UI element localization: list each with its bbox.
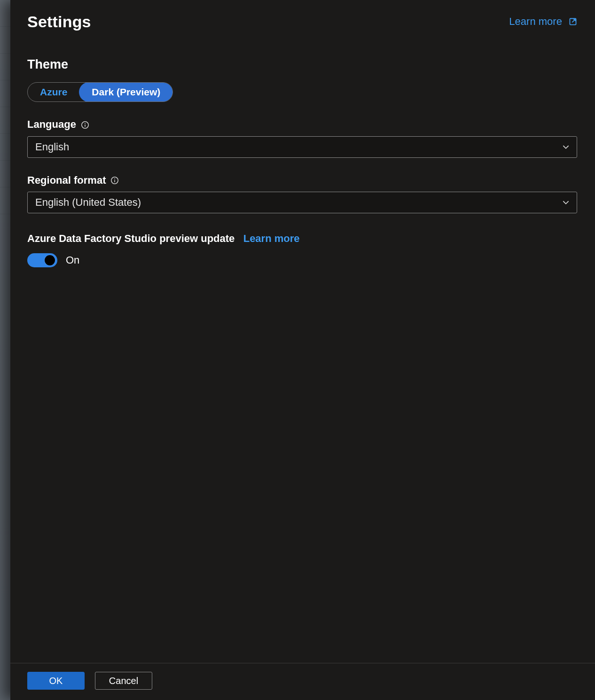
learn-more-link[interactable]: Learn more	[509, 15, 577, 29]
theme-option-azure[interactable]: Azure	[28, 83, 79, 101]
regional-format-field: Regional format English (United States)	[27, 174, 577, 214]
language-value: English	[35, 140, 69, 154]
preview-toggle[interactable]	[27, 253, 57, 267]
ok-button[interactable]: OK	[27, 672, 85, 690]
page-title: Settings	[27, 11, 91, 32]
info-icon[interactable]	[81, 121, 89, 129]
open-external-icon	[569, 17, 577, 26]
chevron-down-icon	[562, 198, 570, 207]
svg-point-2	[85, 123, 86, 124]
info-icon[interactable]	[110, 176, 119, 185]
regional-format-value: English (United States)	[35, 196, 141, 210]
cancel-button[interactable]: Cancel	[95, 672, 152, 690]
regional-format-label: Regional format	[27, 174, 106, 187]
chevron-down-icon	[562, 143, 570, 151]
language-field: Language English	[27, 118, 577, 158]
preview-toggle-state: On	[66, 254, 79, 267]
toggle-knob	[45, 255, 55, 265]
settings-panel: Settings Learn more Theme Azure	[10, 0, 595, 700]
preview-learn-more-link[interactable]: Learn more	[243, 233, 300, 244]
theme-title: Theme	[27, 56, 577, 73]
theme-option-dark-preview[interactable]: Dark (Preview)	[79, 83, 172, 101]
language-dropdown[interactable]: English	[27, 136, 577, 158]
settings-footer: OK Cancel	[10, 663, 595, 700]
theme-section: Theme Azure Dark (Preview)	[27, 56, 577, 102]
settings-header: Settings Learn more	[27, 8, 577, 32]
svg-point-4	[115, 179, 116, 179]
learn-more-label: Learn more	[509, 16, 562, 27]
obscured-left-pane	[0, 0, 11, 700]
preview-update-label: Azure Data Factory Studio preview update	[27, 233, 235, 244]
regional-format-dropdown[interactable]: English (United States)	[27, 192, 577, 213]
preview-update-row: Azure Data Factory Studio preview update…	[27, 232, 577, 246]
theme-segmented: Azure Dark (Preview)	[27, 82, 173, 102]
language-label: Language	[27, 118, 76, 132]
